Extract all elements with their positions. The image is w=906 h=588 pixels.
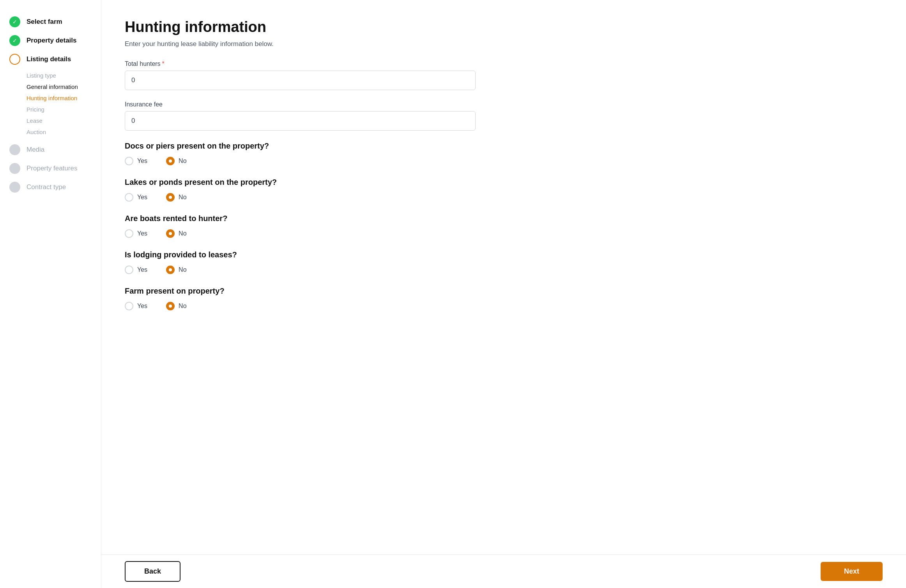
sidebar-item-contract-type[interactable]: Contract type xyxy=(9,178,92,197)
radio-option-lakes-ponds-no[interactable]: No xyxy=(166,193,186,202)
sidebar-item-select-farm[interactable]: ✓ Select farm xyxy=(9,12,92,31)
step-icon-property-details: ✓ xyxy=(9,35,20,46)
label-total-hunters: Total hunters * xyxy=(125,60,476,67)
radio-btn-lodging-provided-yes[interactable] xyxy=(125,266,133,274)
radio-btn-farm-present-no[interactable] xyxy=(166,302,175,310)
radio-btn-lakes-ponds-no[interactable] xyxy=(166,193,175,202)
sub-step-general-information[interactable]: General information xyxy=(27,81,92,92)
radio-group-boats-rented: YesNo xyxy=(125,229,476,238)
question-section-boats-rented: Are boats rented to hunter?YesNo xyxy=(125,214,476,238)
sidebar-label-property-features: Property features xyxy=(27,165,77,172)
input-total-hunters[interactable] xyxy=(125,71,476,90)
sub-step-lease[interactable]: Lease xyxy=(27,115,92,126)
step-icon-listing-details xyxy=(9,54,20,65)
next-button[interactable]: Next xyxy=(821,562,883,581)
sub-step-listing-type[interactable]: Listing type xyxy=(27,70,92,81)
radio-option-docs-piers-yes[interactable]: Yes xyxy=(125,157,147,165)
radio-option-boats-rented-no[interactable]: No xyxy=(166,229,186,238)
sidebar: ✓ Select farm ✓ Property details Listing… xyxy=(0,0,101,588)
radio-group-lakes-ponds: YesNo xyxy=(125,193,476,202)
radio-option-farm-present-no[interactable]: No xyxy=(166,302,186,310)
radio-option-boats-rented-yes[interactable]: Yes xyxy=(125,229,147,238)
sidebar-item-listing-details[interactable]: Listing details xyxy=(9,50,92,69)
back-button[interactable]: Back xyxy=(125,561,180,582)
radio-btn-boats-rented-yes[interactable] xyxy=(125,229,133,238)
sidebar-label-select-farm: Select farm xyxy=(27,18,62,26)
radio-option-docs-piers-no[interactable]: No xyxy=(166,157,186,165)
radio-btn-docs-piers-yes[interactable] xyxy=(125,157,133,165)
question-section-lodging-provided: Is lodging provided to leases?YesNo xyxy=(125,250,476,274)
radio-option-lakes-ponds-yes[interactable]: Yes xyxy=(125,193,147,202)
sidebar-label-listing-details: Listing details xyxy=(27,55,71,63)
form-group-total-hunters: Total hunters * xyxy=(125,60,476,90)
required-star-hunters: * xyxy=(162,60,165,67)
question-section-farm-present: Farm present on property?YesNo xyxy=(125,287,476,310)
sidebar-label-contract-type: Contract type xyxy=(27,183,66,191)
sub-step-auction[interactable]: Auction xyxy=(27,127,92,137)
page-title: Hunting information xyxy=(125,19,476,35)
sidebar-item-property-details[interactable]: ✓ Property details xyxy=(9,31,92,50)
question-title-lodging-provided: Is lodging provided to leases? xyxy=(125,250,476,259)
step-icon-media xyxy=(9,144,20,155)
form-group-insurance-fee: Insurance fee xyxy=(125,101,476,131)
radio-option-lodging-provided-no[interactable]: No xyxy=(166,266,186,274)
footer-bar: Back Next xyxy=(101,554,906,588)
radio-btn-docs-piers-no[interactable] xyxy=(166,157,175,165)
radio-btn-boats-rented-no[interactable] xyxy=(166,229,175,238)
question-title-boats-rented: Are boats rented to hunter? xyxy=(125,214,476,223)
radio-group-lodging-provided: YesNo xyxy=(125,266,476,274)
question-section-docs-piers: Docs or piers present on the property?Ye… xyxy=(125,142,476,165)
page-subtitle: Enter your hunting lease liability infor… xyxy=(125,40,476,48)
radio-group-farm-present: YesNo xyxy=(125,302,476,310)
form-section: Hunting information Enter your hunting l… xyxy=(125,19,476,310)
sub-steps-listing: Listing type General information Hunting… xyxy=(9,70,92,137)
radio-group-docs-piers: YesNo xyxy=(125,157,476,165)
step-icon-select-farm: ✓ xyxy=(9,16,20,27)
sub-step-pricing[interactable]: Pricing xyxy=(27,104,92,115)
sidebar-label-media: Media xyxy=(27,146,44,154)
question-section-lakes-ponds: Lakes or ponds present on the property?Y… xyxy=(125,178,476,202)
step-icon-property-features xyxy=(9,163,20,174)
input-insurance-fee[interactable] xyxy=(125,111,476,131)
sidebar-label-property-details: Property details xyxy=(27,37,77,44)
question-title-farm-present: Farm present on property? xyxy=(125,287,476,296)
sidebar-item-media[interactable]: Media xyxy=(9,140,92,159)
sidebar-item-property-features[interactable]: Property features xyxy=(9,159,92,178)
sub-step-hunting-information[interactable]: Hunting information xyxy=(27,93,92,103)
radio-btn-farm-present-yes[interactable] xyxy=(125,302,133,310)
main-content: Hunting information Enter your hunting l… xyxy=(101,0,906,588)
radio-option-farm-present-yes[interactable]: Yes xyxy=(125,302,147,310)
radio-option-lodging-provided-yes[interactable]: Yes xyxy=(125,266,147,274)
radio-btn-lodging-provided-no[interactable] xyxy=(166,266,175,274)
step-icon-contract-type xyxy=(9,182,20,193)
question-title-lakes-ponds: Lakes or ponds present on the property? xyxy=(125,178,476,187)
questions-container: Docs or piers present on the property?Ye… xyxy=(125,142,476,310)
label-insurance-fee: Insurance fee xyxy=(125,101,476,108)
question-title-docs-piers: Docs or piers present on the property? xyxy=(125,142,476,151)
radio-btn-lakes-ponds-yes[interactable] xyxy=(125,193,133,202)
